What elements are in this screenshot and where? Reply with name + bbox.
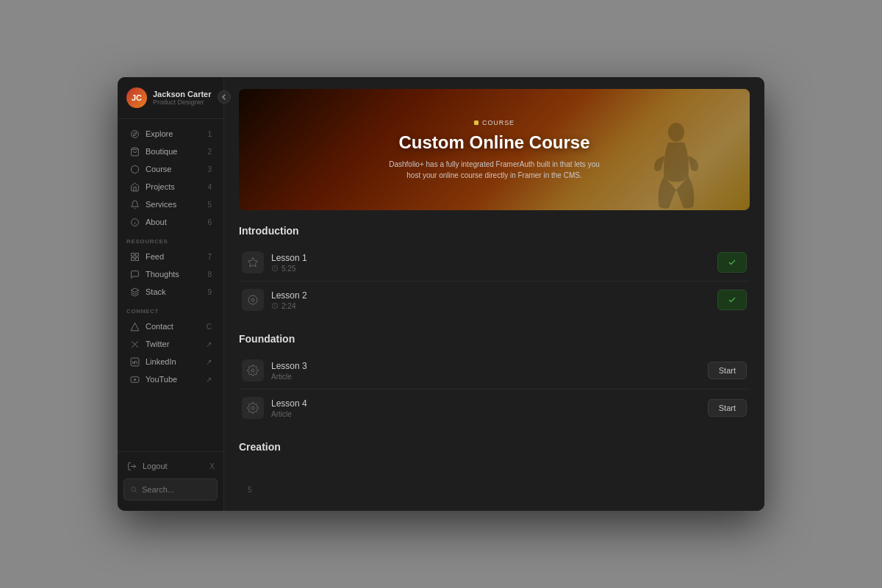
lesson2-icon bbox=[242, 289, 264, 311]
feed-number: 7 bbox=[207, 253, 212, 261]
hero-tag-dot bbox=[474, 121, 478, 125]
profile-info: Jackson Carter Product Designer bbox=[153, 90, 212, 106]
app-window: JC Jackson Carter Product Designer Explo… bbox=[118, 77, 764, 511]
sidebar-collapse-button[interactable] bbox=[218, 90, 231, 104]
grid-icon bbox=[129, 251, 140, 262]
message-icon bbox=[129, 269, 140, 279]
section-creation-title: Creation bbox=[239, 441, 750, 453]
sidebar-item-explore[interactable]: Explore 1 bbox=[121, 125, 220, 143]
sidebar-item-thoughts[interactable]: Thoughts 8 bbox=[121, 265, 220, 283]
lesson2-complete-button[interactable] bbox=[717, 290, 747, 310]
feed-label: Feed bbox=[146, 252, 164, 261]
x-icon bbox=[129, 339, 140, 349]
sidebar-item-youtube[interactable]: YouTube ↗ bbox=[121, 370, 220, 388]
search-badge: 5 bbox=[248, 486, 252, 494]
twitter-label: Twitter bbox=[146, 340, 169, 348]
sidebar-bottom: Logout X 5 bbox=[118, 451, 223, 511]
lesson-item-1: Lesson 1 5:25 bbox=[239, 244, 750, 281]
logout-item[interactable]: Logout X bbox=[118, 456, 223, 476]
stack-label: Stack bbox=[146, 287, 166, 296]
search-input[interactable] bbox=[142, 485, 243, 494]
twitter-number: ↗ bbox=[206, 340, 212, 348]
lesson2-info: Lesson 2 2:24 bbox=[271, 290, 307, 310]
svg-point-28 bbox=[251, 369, 254, 372]
svg-rect-8 bbox=[135, 257, 138, 260]
sidebar-item-boutique[interactable]: Boutique 2 bbox=[121, 143, 220, 160]
lesson3-meta: Article bbox=[271, 373, 307, 381]
services-number: 5 bbox=[207, 201, 212, 209]
svg-rect-5 bbox=[131, 253, 134, 256]
compass-icon bbox=[129, 129, 140, 139]
search-icon bbox=[130, 483, 137, 496]
svg-marker-10 bbox=[131, 323, 139, 331]
box-icon bbox=[129, 164, 140, 174]
layers-icon bbox=[129, 287, 140, 297]
linkedin-label: LinkedIn bbox=[146, 357, 176, 366]
svg-point-29 bbox=[251, 406, 254, 409]
section-creation: Creation bbox=[239, 441, 750, 453]
lesson3-icon bbox=[242, 359, 264, 381]
bag-icon bbox=[129, 146, 140, 157]
lesson2-meta: 2:24 bbox=[271, 302, 307, 310]
profile-name: Jackson Carter bbox=[153, 90, 212, 98]
sidebar-item-linkedin[interactable]: LinkedIn ↗ bbox=[121, 353, 220, 370]
foundation-lesson-list: Lesson 3 Article Start bbox=[239, 352, 750, 426]
main-content: COURSE Custom Online Course Dashfolio+ h… bbox=[224, 77, 764, 511]
lesson1-info: Lesson 1 5:25 bbox=[271, 253, 307, 273]
lesson-item-4: Lesson 4 Article Start bbox=[239, 390, 750, 426]
section-introduction: Introduction Lesson 1 5:25 bbox=[239, 225, 750, 318]
search-bar[interactable]: 5 bbox=[123, 478, 218, 501]
sidebar-item-stack[interactable]: Stack 9 bbox=[121, 283, 220, 301]
section-foundation-title: Foundation bbox=[239, 333, 750, 345]
svg-marker-23 bbox=[248, 257, 257, 267]
sidebar-item-course[interactable]: Course 3 bbox=[121, 160, 220, 178]
hero-title: Custom Online Course bbox=[398, 132, 589, 153]
svg-point-25 bbox=[248, 295, 257, 304]
sidebar-item-feed[interactable]: Feed 7 bbox=[121, 248, 220, 265]
lesson1-icon bbox=[242, 251, 264, 273]
explore-label: Explore bbox=[146, 129, 173, 138]
resources-section-label: Resources bbox=[118, 231, 223, 248]
sidebar-item-about[interactable]: About 6 bbox=[121, 213, 220, 231]
services-label: Services bbox=[146, 200, 176, 209]
lesson4-info: Lesson 4 Article bbox=[271, 398, 307, 418]
logout-icon bbox=[126, 461, 137, 471]
lesson3-start-button[interactable]: Start bbox=[708, 362, 747, 379]
lesson1-complete-button[interactable] bbox=[717, 252, 747, 273]
svg-point-0 bbox=[131, 130, 138, 137]
home-icon bbox=[129, 182, 140, 192]
sidebar-item-services[interactable]: Services 5 bbox=[121, 196, 220, 213]
course-label: Course bbox=[146, 165, 171, 173]
lesson4-icon bbox=[242, 397, 264, 419]
connect-section-label: Connect bbox=[118, 301, 223, 318]
lesson3-info: Lesson 3 Article bbox=[271, 361, 307, 381]
sidebar-item-projects[interactable]: Projects 4 bbox=[121, 178, 220, 196]
thoughts-label: Thoughts bbox=[146, 270, 179, 279]
lesson1-name: Lesson 1 bbox=[271, 253, 307, 263]
stack-number: 9 bbox=[207, 288, 212, 296]
thoughts-number: 8 bbox=[207, 270, 212, 279]
lesson-item-2: Lesson 2 2:24 bbox=[239, 282, 750, 318]
sidebar-item-twitter[interactable]: Twitter ↗ bbox=[121, 335, 220, 353]
boutique-number: 2 bbox=[207, 148, 212, 156]
hero-silhouette bbox=[647, 122, 706, 210]
svg-line-21 bbox=[135, 491, 137, 492]
projects-number: 4 bbox=[207, 183, 212, 191]
lesson4-start-button[interactable]: Start bbox=[708, 399, 747, 417]
contact-number: C bbox=[207, 323, 212, 331]
logout-label: Logout bbox=[143, 462, 168, 470]
lesson2-name: Lesson 2 bbox=[271, 290, 307, 301]
sidebar-item-contact[interactable]: Contact C bbox=[121, 318, 220, 335]
profile-section: JC Jackson Carter Product Designer bbox=[118, 77, 223, 119]
svg-point-26 bbox=[251, 298, 254, 301]
lesson-item-3: Lesson 3 Article Start bbox=[239, 352, 750, 389]
course-number: 3 bbox=[207, 165, 212, 173]
svg-point-22 bbox=[668, 123, 684, 142]
lesson4-name: Lesson 4 bbox=[271, 398, 307, 409]
profile-role: Product Designer bbox=[153, 98, 212, 106]
svg-rect-13 bbox=[131, 358, 139, 366]
youtube-number: ↗ bbox=[206, 376, 212, 384]
hero-subtitle: Dashfolio+ has a fully integrated Framer… bbox=[384, 159, 605, 181]
lesson1-meta: 5:25 bbox=[271, 265, 307, 273]
projects-label: Projects bbox=[146, 182, 175, 191]
